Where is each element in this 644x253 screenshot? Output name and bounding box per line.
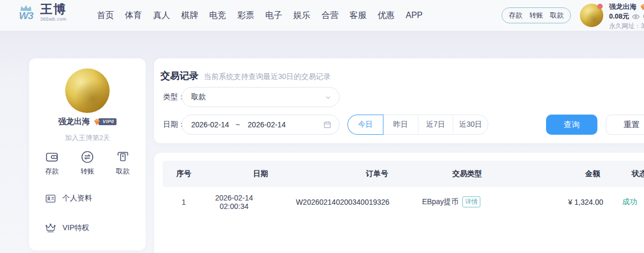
sidebar-item-vip[interactable]: VIP特权: [45, 222, 141, 234]
sidebar-menu: 个人资料 VIP特权: [45, 192, 141, 251]
nav-item-entertainment[interactable]: 娱乐: [293, 10, 310, 21]
filter-panel: 交易记录 当前系统支持查询最近30日的交易记录 类型： 取款 日期： 2026-…: [154, 58, 644, 143]
search-button[interactable]: 查询: [546, 115, 597, 135]
col-type: 交易类型: [417, 169, 507, 179]
brand-name: 王博: [40, 3, 67, 15]
crown-icon: [45, 223, 56, 234]
col-date: 日期: [205, 169, 290, 179]
col-index: 序号: [163, 169, 205, 179]
username: 强龙出海: [609, 2, 637, 12]
topbar: W3 王博 365wb.com 首页 体育 真人 棋牌 电竞 彩票 电子 娱乐 …: [0, 0, 644, 31]
sidebar-item-profile-label: 个人资料: [62, 194, 92, 203]
nav-item-service[interactable]: 客服: [350, 10, 366, 21]
quick-range-group: 今日 昨日 近7日 近30日: [347, 115, 488, 135]
user-info: 强龙出海 0.08元 永久网址：3: [609, 2, 644, 31]
transaction-type-text: EBpay提币: [422, 197, 459, 207]
cell-index: 1: [163, 198, 205, 206]
cell-type: EBpay提币 详情: [417, 196, 507, 207]
main-nav: 首页 体育 真人 棋牌 电竞 彩票 电子 娱乐 合营 客服 优惠 APP: [97, 0, 423, 31]
range-7days-button[interactable]: 近7日: [418, 115, 453, 134]
eye-icon[interactable]: [632, 13, 640, 21]
withdraw-action[interactable]: 取款: [112, 150, 133, 176]
chevron-down-icon: [325, 94, 332, 101]
sidebar-username: 强龙出海: [58, 117, 90, 127]
transfer-icon: [80, 150, 94, 164]
col-order-no: 订单号: [290, 169, 417, 179]
deposit-action-label: 存款: [45, 167, 59, 176]
nav-item-esports[interactable]: 电竞: [209, 10, 226, 21]
calendar-icon: [323, 120, 332, 129]
topbar-deposit-link[interactable]: 存款: [509, 11, 523, 20]
date-range-separator: ~: [236, 120, 240, 129]
cell-amount: ¥ 1,324.00: [507, 198, 607, 206]
page: W3 王博 365wb.com 首页 体育 真人 棋牌 电竞 彩票 电子 娱乐 …: [0, 0, 644, 253]
type-filter-label: 类型：: [163, 92, 182, 102]
type-select-value: 取款: [190, 92, 206, 102]
vip-gem-icon: [93, 118, 101, 126]
date-range-input[interactable]: 2026-02-14 ~ 2026-02-14: [182, 115, 339, 135]
logo-w3-text: W3: [19, 11, 33, 21]
vip-level-label: VIP0: [99, 118, 117, 126]
vip-gem-icon: [639, 3, 644, 11]
sidebar-item-vip-label: VIP特权: [62, 223, 90, 233]
wallet-icon: [45, 150, 59, 164]
transactions-table: 序号 日期 订单号 交易类型 金额 状态 1 2026-02-14 02:00:…: [154, 153, 644, 253]
brand-logo[interactable]: W3 王博 365wb.com: [16, 3, 67, 22]
join-days-text: 加入王博第2天: [29, 133, 146, 143]
date-to-value: 2026-02-14: [246, 120, 286, 129]
brand-domain: 365wb.com: [40, 17, 67, 22]
nav-item-promo[interactable]: 优惠: [378, 10, 395, 21]
table-header: 序号 日期 订单号 交易类型 金额 状态: [163, 161, 644, 187]
range-yesterday-button[interactable]: 昨日: [383, 115, 418, 134]
nav-item-affiliate[interactable]: 合营: [321, 10, 338, 21]
date-from-value: 2026-02-14: [190, 120, 229, 129]
transfer-action[interactable]: 转账: [77, 150, 98, 176]
deposit-action[interactable]: 存款: [41, 150, 62, 176]
sidebar-item-profile[interactable]: 个人资料: [45, 192, 141, 205]
type-select[interactable]: 取款: [182, 87, 339, 107]
sidebar-quick-actions: 存款 转账 取款: [29, 150, 146, 176]
id-card-icon: [45, 193, 56, 204]
cell-date: 2026-02-14 02:00:34: [205, 194, 290, 211]
topbar-withdraw-link[interactable]: 取款: [550, 11, 564, 20]
notification-dot: [597, 4, 603, 9]
permanent-url: 永久网址：3: [609, 22, 644, 31]
date-filter-label: 日期：: [163, 120, 182, 129]
cell-order-no: W202602140200340019326: [290, 198, 417, 206]
reset-button[interactable]: 重置: [606, 115, 644, 135]
detail-badge[interactable]: 详情: [462, 196, 480, 207]
col-status: 状态: [607, 169, 644, 179]
logo-mark: W3: [16, 5, 36, 21]
nav-item-live[interactable]: 真人: [153, 10, 170, 21]
page-subtitle: 当前系统支持查询最近30日的交易记录: [204, 72, 331, 82]
topbar-transfer-link[interactable]: 转账: [530, 11, 543, 20]
range-30days-button[interactable]: 近30日: [453, 115, 488, 134]
nav-item-cards[interactable]: 棋牌: [181, 10, 198, 21]
range-today-button[interactable]: 今日: [348, 115, 383, 134]
avatar[interactable]: [580, 4, 603, 27]
nav-item-slots[interactable]: 电子: [265, 10, 282, 21]
nav-item-lottery[interactable]: 彩票: [237, 10, 254, 21]
withdraw-icon: [116, 150, 130, 164]
nav-item-app[interactable]: APP: [406, 11, 423, 20]
col-amount: 金额: [507, 169, 607, 179]
balance-value: 0.08元: [609, 12, 629, 21]
sidebar-avatar[interactable]: [65, 68, 110, 113]
table-row: 1 2026-02-14 02:00:34 W20260214020034001…: [163, 187, 644, 216]
cell-status: 成功: [598, 197, 644, 207]
page-title: 交易记录: [160, 69, 199, 82]
transfer-action-label: 转账: [80, 167, 94, 176]
nav-item-sports[interactable]: 体育: [125, 10, 142, 21]
vip-badge[interactable]: VIP0: [93, 118, 117, 126]
wallet-quick-links: 存款 转账 取款: [502, 7, 571, 23]
nav-item-home[interactable]: 首页: [97, 10, 114, 21]
sidebar: 强龙出海 VIP0 加入王博第2天 存款: [29, 58, 146, 250]
logo-text: 王博 365wb.com: [40, 3, 67, 22]
withdraw-action-label: 取款: [116, 167, 130, 176]
